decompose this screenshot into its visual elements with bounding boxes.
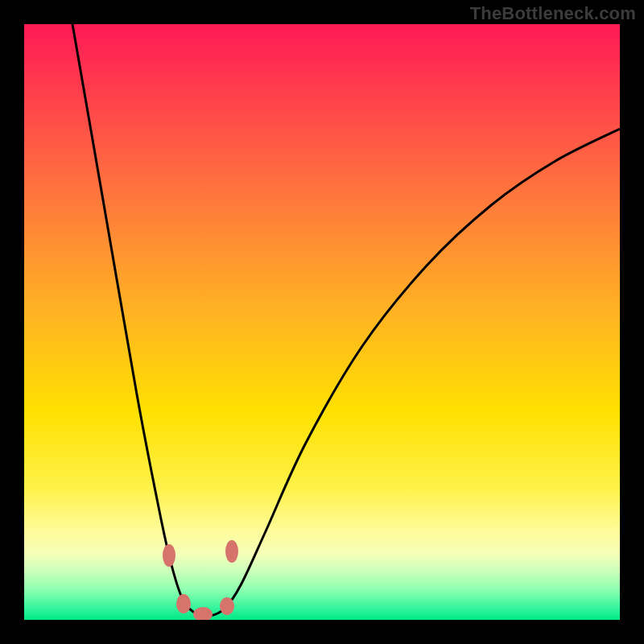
- curve-marker: [176, 594, 191, 613]
- curve-marker: [193, 607, 213, 620]
- curve-marker: [225, 540, 238, 563]
- curve-svg: [24, 24, 620, 620]
- curve-marker: [220, 597, 234, 615]
- curve-marker: [163, 544, 175, 567]
- bottleneck-curve: [72, 24, 620, 616]
- watermark-text: TheBottleneck.com: [470, 3, 636, 24]
- chart-frame: [24, 24, 620, 620]
- curve-markers: [163, 540, 238, 620]
